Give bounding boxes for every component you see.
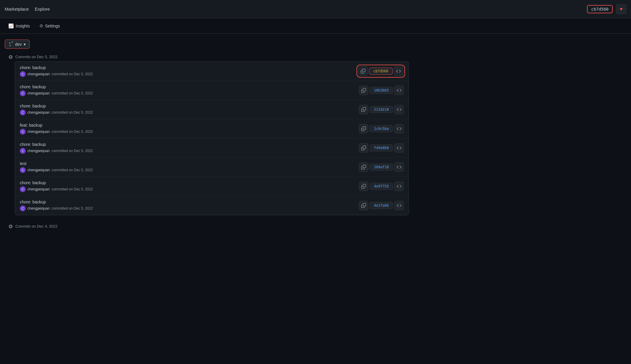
browse-code-button[interactable] (394, 182, 404, 191)
table-row: chore: backup C chengpeiquan committed o… (15, 177, 409, 196)
commit-left: chore: backup C chengpeiquan committed o… (20, 200, 93, 211)
copy-hash-button[interactable] (359, 162, 368, 172)
heart-button[interactable]: ♥ (616, 4, 626, 14)
commit-title[interactable]: test (20, 161, 93, 166)
copy-hash-button[interactable] (359, 201, 368, 210)
explore-link[interactable]: Explore (35, 6, 50, 12)
avatar: C (20, 205, 26, 211)
branch-selector[interactable]: dev ▾ (5, 40, 30, 49)
main-content: dev ▾ Commits on Dec 5, 2022 chore: back… (0, 34, 414, 243)
commit-hash-button[interactable]: 4e1fa6b (370, 202, 393, 209)
commit-author[interactable]: chengpeiquan (27, 187, 50, 191)
table-row: chore: backup C chengpeiquan committed o… (15, 100, 409, 119)
commit-title[interactable]: chore: backup (20, 200, 93, 204)
commit-author[interactable]: chengpeiquan (27, 149, 50, 153)
commit-actions: 2119218 (359, 105, 404, 114)
heart-icon: ♥ (620, 6, 623, 12)
commit-meta: C chengpeiquan committed on Dec 5, 2022 (20, 71, 93, 77)
avatar: C (20, 186, 26, 192)
table-row: chore: backup C chengpeiquan committed o… (15, 62, 409, 81)
insights-nav-item[interactable]: 📈 Insights (5, 21, 33, 31)
browse-code-button[interactable] (394, 201, 404, 210)
top-nav-right: cb7d560 ♥ (587, 4, 626, 14)
table-row: chore: backup C chengpeiquan committed o… (15, 196, 409, 215)
avatar: C (20, 167, 26, 173)
commit-left: chore: backup C chengpeiquan committed o… (20, 142, 93, 154)
insights-label: Insights (16, 24, 30, 28)
commit-actions: f49e8b0 (359, 143, 404, 153)
commit-title[interactable]: chore: backup (20, 84, 93, 89)
settings-icon: ⚙ (39, 23, 43, 29)
commit-date: committed on Dec 5, 2022 (51, 72, 93, 76)
date-section: Commits on Dec 5, 2022 chore: backup C c… (11, 55, 409, 215)
commit-date-label: Commits on Dec 4, 2022 (15, 224, 58, 228)
settings-nav-item[interactable]: ⚙ Settings (36, 21, 64, 31)
commit-meta: C chengpeiquan committed on Dec 5, 2022 (20, 90, 93, 96)
commit-author[interactable]: chengpeiquan (27, 168, 50, 172)
commit-meta: C chengpeiquan committed on Dec 5, 2022 (20, 186, 93, 192)
branch-icon (9, 41, 13, 47)
commit-title[interactable]: feat: backup (20, 123, 93, 128)
copy-hash-button[interactable] (359, 143, 368, 153)
commit-hash-button[interactable]: 268af18 (370, 164, 393, 171)
commit-date: committed on Dec 5, 2022 (51, 168, 93, 172)
commit-date: committed on Dec 5, 2022 (51, 91, 93, 95)
marketplace-link[interactable]: Marketplace (5, 6, 29, 12)
copy-hash-button[interactable] (359, 105, 368, 114)
avatar: C (20, 129, 26, 135)
table-row: chore: backup C chengpeiquan committed o… (15, 138, 409, 158)
commit-author[interactable]: chengpeiquan (27, 72, 50, 76)
commits-container: chore: backup C chengpeiquan committed o… (15, 61, 409, 215)
branch-dropdown-icon: ▾ (24, 42, 26, 47)
commit-date: committed on Dec 5, 2022 (51, 206, 93, 210)
table-row: feat: backup C chengpeiquan committed on… (15, 119, 409, 138)
commit-date: committed on Dec 5, 2022 (51, 187, 93, 191)
commit-meta: C chengpeiquan committed on Dec 5, 2022 (20, 205, 93, 211)
commit-author[interactable]: chengpeiquan (27, 206, 50, 210)
commit-hash-button[interactable]: 1c0c5ba (370, 125, 393, 132)
date-header-row: Commits on Dec 5, 2022 (11, 55, 409, 59)
commit-hash-button[interactable]: f49e8b0 (370, 144, 393, 151)
commit-hash-button[interactable]: cb7d560 (369, 68, 393, 75)
table-row: chore: backup C chengpeiquan committed o… (15, 81, 409, 100)
commit-hash-button[interactable]: 4e97755 (370, 183, 393, 190)
copy-hash-button[interactable] (359, 124, 368, 133)
date-section: Commits on Dec 4, 2022 (11, 224, 409, 228)
commit-date-label: Commits on Dec 5, 2022 (15, 55, 58, 59)
copy-hash-button[interactable] (359, 182, 368, 191)
commit-hash-button[interactable]: 2119218 (370, 106, 393, 113)
commit-dot (9, 225, 12, 228)
commit-title[interactable]: chore: backup (20, 180, 93, 185)
commit-author[interactable]: chengpeiquan (27, 91, 50, 95)
commit-date: committed on Dec 5, 2022 (51, 110, 93, 115)
browse-code-button[interactable] (394, 105, 404, 114)
browse-code-button[interactable] (394, 86, 404, 95)
browse-code-button[interactable] (394, 124, 404, 133)
copy-hash-button[interactable] (359, 86, 368, 95)
commit-title[interactable]: chore: backup (20, 104, 93, 108)
avatar: C (20, 110, 26, 115)
avatar: C (20, 71, 26, 77)
browse-code-button[interactable] (394, 162, 404, 172)
copy-hash-button[interactable] (358, 66, 368, 76)
commit-hash-top: cb7d560 (587, 5, 613, 13)
commit-date: committed on Dec 5, 2022 (51, 149, 93, 153)
browse-code-button[interactable] (394, 143, 404, 153)
commit-meta: C chengpeiquan committed on Dec 5, 2022 (20, 110, 93, 115)
commit-actions: 4e1fa6b (359, 201, 404, 210)
commit-left: chore: backup C chengpeiquan committed o… (20, 84, 93, 96)
commit-actions: 4e97755 (359, 182, 404, 191)
commit-meta: C chengpeiquan committed on Dec 5, 2022 (20, 167, 93, 173)
commit-author[interactable]: chengpeiquan (27, 130, 50, 134)
commit-title[interactable]: chore: backup (20, 65, 93, 70)
commit-actions: 1c0c5ba (359, 124, 404, 133)
browse-code-button[interactable] (394, 66, 403, 76)
settings-label: Settings (45, 24, 60, 28)
commit-hash-button[interactable]: 10b3bb5 (370, 87, 393, 94)
commit-meta: C chengpeiquan committed on Dec 5, 2022 (20, 129, 93, 135)
avatar: C (20, 90, 26, 96)
insights-icon: 📈 (8, 23, 14, 29)
commit-dot (9, 55, 12, 59)
commit-author[interactable]: chengpeiquan (27, 110, 50, 115)
commit-title[interactable]: chore: backup (20, 142, 93, 147)
